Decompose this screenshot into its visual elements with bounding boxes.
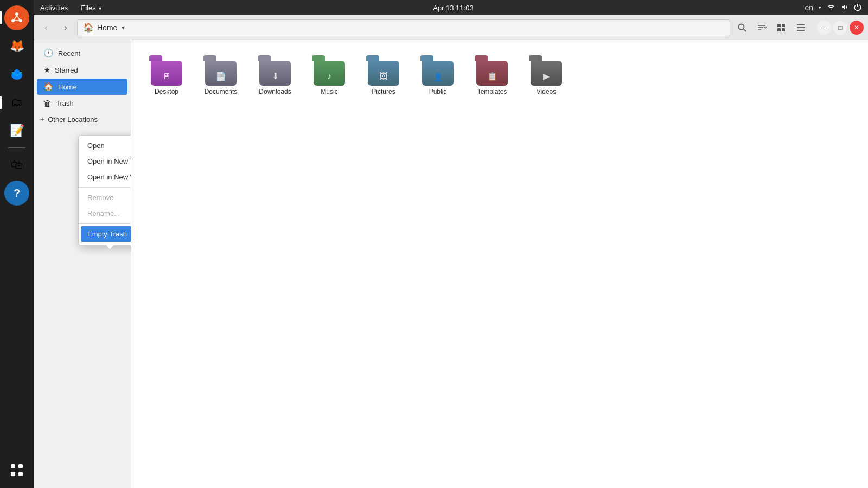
folder-music-label: Music (321, 88, 337, 95)
sidebar-item-other-locations[interactable]: + Other Locations (34, 112, 131, 127)
dock-item-thunderbird[interactable] (4, 62, 29, 87)
files-menu-arrow: ▾ (99, 5, 101, 11)
folder-music[interactable]: ♪ Music (305, 51, 354, 100)
dock-item-help[interactable]: ? (4, 181, 29, 206)
folder-desktop-label: Desktop (155, 88, 178, 95)
file-grid: 🖥 Desktop 📄 Documents (142, 51, 857, 100)
starred-icon: ★ (43, 65, 50, 75)
context-menu: Open Open in New Tab Open in New Window … (78, 135, 131, 246)
svg-point-1 (15, 12, 18, 16)
folder-music-icon: ♪ (312, 55, 347, 86)
svg-point-9 (14, 69, 20, 75)
minimize-button[interactable]: — (817, 21, 831, 35)
search-button[interactable] (733, 19, 751, 36)
context-rename: Rename... (79, 206, 131, 221)
folder-downloads-label: Downloads (259, 88, 291, 95)
window-controls: — □ ✕ (817, 21, 864, 35)
folder-downloads[interactable]: ⬇ Downloads (251, 51, 299, 100)
videos-inner-icon: ▶ (543, 71, 550, 81)
trash-icon: 🗑 (43, 99, 52, 108)
folder-public-label: Public (429, 88, 447, 95)
sidebar-item-trash[interactable]: 🗑 Trash (37, 95, 127, 111)
dock-item-software[interactable]: 🛍 (4, 152, 29, 177)
sidebar-other-locations-label: Other Locations (48, 115, 98, 124)
sidebar-item-starred[interactable]: ★ Starred (37, 62, 127, 78)
folder-documents-label: Documents (205, 88, 238, 95)
folder-pictures[interactable]: 🖼 Pictures (359, 51, 408, 100)
downloads-inner-icon: ⬇ (272, 71, 279, 81)
folder-documents-icon: 📄 (203, 55, 238, 86)
files-menu[interactable]: Files ▾ (81, 4, 101, 12)
power-icon[interactable] (854, 3, 861, 12)
context-separator-1 (79, 187, 131, 188)
folder-public-icon: 👤 (420, 55, 455, 86)
folder-videos-label: Videos (537, 88, 556, 95)
dock-separator (8, 147, 25, 148)
svg-marker-14 (842, 4, 845, 10)
language-indicator: en (805, 3, 813, 12)
sidebar-recent-label: Recent (58, 49, 80, 57)
folder-templates-icon: 📋 (475, 55, 509, 86)
title-bar: ‹ › 🏠 Home ▾ (34, 15, 868, 40)
context-open[interactable]: Open (79, 138, 131, 153)
context-empty-trash[interactable]: Empty Trash (81, 226, 131, 242)
folder-documents[interactable]: 📄 Documents (196, 51, 245, 100)
svg-rect-22 (777, 28, 781, 31)
context-open-new-window[interactable]: Open in New Window (79, 169, 131, 185)
folder-videos[interactable]: ▶ Videos (522, 51, 571, 100)
dock-show-apps[interactable] (4, 458, 29, 483)
folder-downloads-icon: ⬇ (258, 55, 292, 86)
view-toggle-button[interactable] (773, 19, 790, 36)
close-button[interactable]: ✕ (850, 21, 864, 35)
dock-item-firefox[interactable]: 🦊 (4, 34, 29, 59)
svg-rect-20 (777, 24, 781, 27)
dock-item-libreoffice[interactable]: 📝 (4, 118, 29, 143)
svg-rect-23 (782, 28, 785, 31)
back-button[interactable]: ‹ (38, 20, 54, 36)
documents-inner-icon: 📄 (215, 71, 226, 81)
language-arrow: ▾ (819, 5, 821, 10)
svg-rect-11 (18, 464, 23, 468)
sidebar-item-recent[interactable]: 🕐 Recent (37, 45, 127, 61)
sort-button[interactable] (753, 19, 770, 36)
folder-templates[interactable]: 📋 Templates (468, 51, 516, 100)
folder-pictures-label: Pictures (372, 88, 395, 95)
sidebar-home-label: Home (58, 83, 77, 91)
home-sidebar-icon: 🏠 (43, 82, 54, 92)
desktop-inner-icon: 🖥 (162, 72, 171, 81)
menu-button[interactable] (792, 19, 809, 36)
dock: 🦊 🗂 📝 🛍 ? (0, 0, 34, 488)
system-topbar: Activities Files ▾ Apr 13 11:03 en ▾ (34, 0, 868, 15)
public-inner-icon: 👤 (433, 73, 443, 81)
maximize-button[interactable]: □ (833, 21, 847, 35)
location-dropdown-arrow[interactable]: ▾ (122, 24, 125, 31)
svg-point-15 (739, 24, 744, 29)
dock-bottom (4, 458, 29, 483)
content-area: 🕐 Recent ★ Starred 🏠 Home Open Open in N… (34, 40, 868, 488)
templates-inner-icon: 📋 (487, 72, 497, 81)
sidebar: 🕐 Recent ★ Starred 🏠 Home Open Open in N… (34, 40, 131, 488)
folder-public[interactable]: 👤 Public (413, 51, 462, 100)
toolbar-right (733, 19, 809, 36)
activities-label[interactable]: Activities (40, 4, 68, 12)
context-open-new-tab[interactable]: Open in New Tab (79, 153, 131, 169)
folder-desktop[interactable]: 🖥 Desktop (142, 51, 191, 100)
recent-icon: 🕐 (43, 48, 54, 58)
folder-pictures-icon: 🖼 (366, 55, 401, 86)
svg-rect-13 (18, 472, 23, 476)
music-inner-icon: ♪ (327, 72, 331, 81)
folder-videos-icon: ▶ (529, 55, 564, 86)
folder-templates-label: Templates (477, 88, 507, 95)
sidebar-starred-label: Starred (55, 66, 78, 74)
wifi-icon (827, 3, 835, 12)
datetime: Apr 13 11:03 (433, 4, 473, 12)
location-bar[interactable]: 🏠 Home ▾ (77, 19, 730, 36)
svg-line-16 (744, 29, 746, 31)
sidebar-trash-label: Trash (56, 99, 74, 107)
sidebar-item-home[interactable]: 🏠 Home (37, 79, 127, 95)
dock-item-ubuntu[interactable] (4, 5, 29, 30)
context-separator-2 (79, 223, 131, 224)
dock-item-files[interactable]: 🗂 (4, 90, 29, 115)
forward-button[interactable]: › (58, 20, 74, 36)
context-remove: Remove (79, 190, 131, 206)
